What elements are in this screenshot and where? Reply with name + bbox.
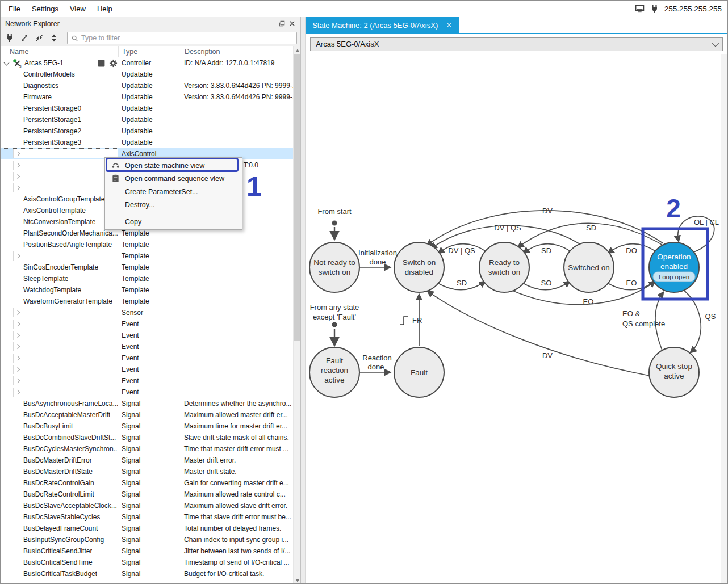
chevron-right-icon[interactable] <box>13 342 118 351</box>
tree-row[interactable]: SignalMatchQueueOverrunEvent <box>1 375 300 386</box>
collapse-all-icon[interactable] <box>32 32 46 44</box>
scrollbar-thumb[interactable] <box>294 54 300 341</box>
tree-item-label: Arcas 5EG-1 <box>24 59 64 67</box>
chevron-spacer <box>13 285 22 295</box>
tree-row[interactable]: ProcessorTemperatureSensor <box>1 307 300 318</box>
tree-row[interactable]: BusDcRateControlLimitSignalMaximum allow… <box>1 489 300 500</box>
tree-row-type-cell: Event <box>118 320 181 328</box>
tree-row[interactable]: BusCommunicationErrorEvent <box>1 318 300 330</box>
menubar-item-view[interactable]: View <box>64 2 91 16</box>
tree-row[interactable]: BusDcAcceptableMasterDriftSignalMaximum … <box>1 409 300 421</box>
chevron-right-icon[interactable] <box>13 183 118 192</box>
tree-row[interactable]: BusAsynchronousFrameLoca...SignalDetermi… <box>1 398 300 409</box>
chevron-spacer <box>13 501 22 510</box>
scroll-up-icon[interactable] <box>294 46 300 54</box>
tree-row[interactable]: BusDcMasterDriftErrorSignalMaster drift … <box>1 455 300 466</box>
state-ready-to-switch-on[interactable] <box>479 242 529 292</box>
chevron-right-icon[interactable] <box>13 376 118 385</box>
tree-row[interactable]: SampleOverloadEvent <box>1 364 300 375</box>
tree-item-label: BusDcRateControlGain <box>23 479 94 487</box>
menu-item-copy[interactable]: Copy <box>106 215 241 228</box>
tree-row-name-cell: Firmware <box>1 91 118 103</box>
menubar-item-help[interactable]: Help <box>91 2 118 16</box>
tree-item-label: BusDcSlaveStableCycles <box>23 513 100 521</box>
menubar-item-file[interactable]: File <box>3 2 26 16</box>
column-header-type[interactable]: Type <box>118 46 181 57</box>
tree-row[interactable]: WaveformGeneratorTemplateTemplate <box>1 296 300 307</box>
chevron-spacer <box>13 263 22 272</box>
diagram-scrollbar[interactable] <box>721 54 727 584</box>
chevron-right-icon[interactable] <box>13 161 118 170</box>
state-label: Quick stop <box>656 362 692 371</box>
tree-row[interactable]: PersistentStorage3Updatable <box>1 137 300 148</box>
gear-icon[interactable] <box>109 59 118 68</box>
tree-row[interactable]: IoCriticalTaskOverloadEvent <box>1 352 300 364</box>
tree-row[interactable]: BusDcMasterDriftStateSignalMaster drift … <box>1 466 300 477</box>
tree-row[interactable]: BusDcSlaveAcceptableClock...SignalMaximu… <box>1 500 300 511</box>
tree-row[interactable]: PersistentStorage1Updatable <box>1 114 300 125</box>
state-not-ready[interactable] <box>309 242 359 292</box>
chevron-right-icon[interactable] <box>13 149 118 158</box>
tab-close-icon[interactable] <box>446 22 453 28</box>
tree-row[interactable]: BusDcCombinedSlaveDriftSt...SignalSlave … <box>1 432 300 443</box>
tree-row[interactable]: BusInputSyncGroupConfigSignalChain index… <box>1 534 300 545</box>
panel-splitter[interactable] <box>301 17 305 584</box>
tree-row[interactable]: BusDcCyclesMasterSynchron...SignalTime t… <box>1 443 300 455</box>
axis-combo[interactable]: Arcas 5EG-0/AxisX <box>310 37 723 51</box>
tree-row-type-cell: Signal <box>118 434 181 442</box>
tree-row[interactable]: BusDcRateControlGainSignalGain for conve… <box>1 477 300 489</box>
tree-row[interactable]: BusDcBusyLimitSignalMaximum time for mas… <box>1 421 300 432</box>
menubar-item-settings[interactable]: Settings <box>26 2 64 16</box>
tree-row[interactable]: BusIoCriticalTaskBudgetSignalBudget for … <box>1 568 300 579</box>
tree-scrollbar[interactable] <box>293 46 300 584</box>
tree-row[interactable]: SleepTemplateTemplate <box>1 273 300 284</box>
chevron-right-icon[interactable] <box>13 308 118 317</box>
tree-row[interactable]: PersistentStorage0Updatable <box>1 103 300 114</box>
scroll-down-icon[interactable] <box>294 577 300 584</box>
tab-state-machine[interactable]: State Machine: 2 (Arcas 5EG-0/AxisX) <box>306 17 459 33</box>
tree-row[interactable]: WatchdogEvent <box>1 386 300 398</box>
connect-plug-icon[interactable] <box>3 32 16 44</box>
tree-row[interactable]: InconsistentBusStateEvent <box>1 341 300 352</box>
float-panel-icon[interactable] <box>277 19 287 28</box>
state-label: switch on <box>488 268 520 276</box>
chevron-right-icon[interactable] <box>13 172 118 181</box>
sort-icon[interactable] <box>47 32 61 44</box>
column-header-name[interactable]: Name <box>1 48 118 56</box>
tree-row[interactable]: FirmwareUpdatableVersion: 3.83.0.6f44d42… <box>1 91 300 103</box>
chevron-right-icon[interactable] <box>13 251 118 261</box>
tree-row[interactable]: PositionBasedAngleTemplateTemplate <box>1 239 300 250</box>
stop-square-icon[interactable] <box>97 59 106 68</box>
menu-item-create-parameterset[interactable]: Create ParameterSet... <box>106 185 241 198</box>
tree-row[interactable]: BusIoCriticalSendJitterSignalJitter betw… <box>1 545 300 557</box>
chevron-right-icon[interactable] <box>13 320 118 329</box>
tree-item-label: BusDcSlaveAcceptableClock... <box>23 502 117 510</box>
close-panel-icon[interactable] <box>287 19 297 28</box>
tree-row[interactable]: EventQueueOverrunEvent <box>1 330 300 341</box>
tree-row-desc-cell: Version: 3.83.0.6f44d426 PN: 9999-... <box>181 93 300 101</box>
chevron-right-icon[interactable] <box>13 388 118 397</box>
chevron-right-icon[interactable] <box>13 365 118 374</box>
chevron-right-icon[interactable] <box>13 331 118 340</box>
tree-row[interactable]: BusDelayedFrameCountSignalTotal number o… <box>1 523 300 534</box>
tree-row[interactable]: ControllerModelsUpdatable <box>1 69 300 80</box>
tree-row[interactable]: sArcas 5EG-1ControllerID: N/A Addr: 127.… <box>1 57 300 69</box>
tree-row[interactable]: PersistentStorage2Updatable <box>1 125 300 137</box>
tree-row[interactable]: PositionControlTemplateTemplate <box>1 250 300 262</box>
expand-all-icon[interactable] <box>18 32 31 44</box>
chevron-right-icon[interactable] <box>13 354 118 363</box>
column-header-description[interactable]: Description <box>181 46 300 57</box>
tree-row[interactable]: BusIoCriticalSendTimeSignalTimestamp of … <box>1 557 300 568</box>
chevron-spacer <box>13 535 22 544</box>
menu-item-destroy[interactable]: Destroy... <box>106 198 241 211</box>
tree-row[interactable]: WatchdogTemplateTemplate <box>1 284 300 296</box>
chevron-down-icon[interactable] <box>2 58 11 68</box>
filter-input[interactable] <box>81 34 293 42</box>
menu-item-open-command-sequence-view[interactable]: Open command sequence view <box>106 172 241 185</box>
state-switch-on-disabled[interactable] <box>394 242 444 292</box>
tree-row-desc-cell: Jitter between last two sends of I/... <box>181 547 300 555</box>
tree-row[interactable]: SinCosEncoderTemplateTemplate <box>1 262 300 273</box>
tree-row[interactable]: DiagnosticsUpdatableVersion: 3.83.0.6f44… <box>1 80 300 91</box>
tree-item-label: PersistentStorage3 <box>23 138 81 146</box>
tree-row[interactable]: BusDcSlaveStableCyclesSignalTime that sl… <box>1 511 300 523</box>
